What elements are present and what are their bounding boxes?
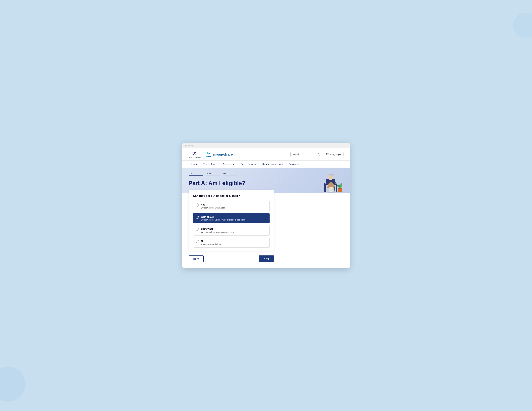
option-somewhat[interactable]: Somewhat With some help from a carer or … [193,225,270,235]
search-box[interactable] [290,152,322,157]
site-nav: Home Types of care Assessment Find a pro… [182,161,350,168]
option-no-sublabel: Unable even with help [201,243,221,245]
progress-part-b: Part B [206,172,220,176]
brand-logo: myagedcare [205,152,233,157]
logo-area: Australian Government myagedcare [189,151,233,158]
svg-point-33 [341,176,342,176]
hero-illustration [315,168,343,193]
browser-dot-2 [188,145,190,147]
svg-rect-17 [324,183,325,192]
svg-point-21 [329,175,333,179]
nav-link-home[interactable]: Home [189,161,200,167]
svg-point-32 [339,174,340,175]
option-with-an-aid[interactable]: ✓ With an aid By themselves using simple… [193,213,270,224]
option-no-content: No Unable even with help [201,239,221,245]
languages-icon: A A [326,153,329,156]
svg-rect-23 [331,187,333,193]
nav-link-types-of-care[interactable]: Types of care [200,161,220,167]
progress-label-b: Part B [206,172,220,175]
languages-button[interactable]: A A Languages [324,152,343,157]
svg-rect-22 [329,187,331,193]
svg-point-5 [207,152,209,154]
question-text: Can they get out of bed or a chair? [193,194,270,198]
option-no-label: No [201,239,221,243]
radio-no [196,240,199,243]
svg-point-4 [194,152,195,152]
option-with-an-aid-content: With an aid By themselves using simple a… [201,215,245,221]
gov-crest-icon [192,151,198,156]
nav-link-assessment[interactable]: Assessment [220,161,238,167]
option-yes-sublabel: By themselves without aid [201,207,225,209]
progress-track-b [206,176,220,176]
search-icon [317,153,320,156]
option-with-an-aid-sublabel: By themselves using simple aids like a b… [201,219,245,221]
browser-window: Australian Government myagedcare [182,143,350,268]
question-card: Can they get out of bed or a chair? Yes … [189,190,274,251]
nav-link-contact-us[interactable]: Contact us [286,161,302,167]
header-right: A A Languages [290,152,343,157]
browser-chrome [182,143,350,148]
svg-point-37 [341,172,342,173]
option-somewhat-label: Somewhat [201,227,234,230]
brand-icon-svg [205,152,212,157]
brand-name: myagedcare [213,152,233,157]
option-with-an-aid-label: With an aid [201,215,245,218]
nav-item-types-of-care[interactable]: Types of care [200,161,220,167]
illustration-svg [315,168,343,193]
radio-somewhat [196,228,199,231]
progress-part-a: Part A [189,172,203,176]
progress-part-c: Part C [223,172,238,176]
nav-link-find-a-provider[interactable]: Find a provider [238,161,259,167]
svg-point-1 [194,152,195,154]
radio-check-icon: ✓ [196,216,198,218]
browser-dot-3 [191,145,193,147]
svg-line-8 [319,155,320,156]
gov-text: Australian Government [189,157,201,158]
search-input[interactable] [293,153,316,156]
radio-yes [196,204,199,207]
logo-divider [203,151,203,158]
bg-blob-right [513,13,532,38]
nav-item-contact-us[interactable]: Contact us [286,161,302,167]
bg-blob-left [0,367,25,401]
option-yes[interactable]: Yes By themselves without aid [193,201,270,211]
svg-point-35 [341,179,342,180]
svg-point-34 [339,177,340,178]
content-area: Can they get out of bed or a chair? Yes … [182,190,350,268]
form-footer: Back Next [189,255,274,262]
progress-label-c: Part C [223,172,238,175]
languages-label: Languages [330,153,341,156]
nav-link-manage-my-services[interactable]: Manage my services [259,161,286,167]
nav-item-manage-my-services[interactable]: Manage my services [259,161,286,167]
browser-dot-1 [185,145,187,147]
option-yes-content: Yes By themselves without aid [201,203,225,209]
progress-label-a: Part A [189,172,203,175]
progress-track-a [189,176,203,176]
radio-with-an-aid: ✓ [196,216,199,219]
svg-point-36 [339,181,340,182]
option-no[interactable]: No Unable even with help [193,237,270,248]
hero-banner: Part A Part B Part C Part A: Am I eligib… [182,168,350,193]
option-somewhat-sublabel: With some help from a carer or hoist [201,231,234,233]
nav-item-assessment[interactable]: Assessment [220,161,238,167]
svg-rect-16 [336,185,337,192]
nav-item-home[interactable]: Home [189,161,200,167]
svg-text:A: A [328,155,328,155]
next-button[interactable]: Next [259,255,274,262]
option-yes-label: Yes [201,203,225,206]
svg-point-2 [194,152,194,153]
svg-point-6 [209,153,210,154]
back-button[interactable]: Back [189,255,204,262]
svg-point-3 [195,152,196,153]
nav-item-find-a-provider[interactable]: Find a provider [238,161,259,167]
option-list: Yes By themselves without aid ✓ With an … [193,201,270,247]
svg-text:A: A [328,153,328,154]
option-somewhat-content: Somewhat With some help from a carer or … [201,227,234,233]
gov-logo: Australian Government [189,151,201,158]
progress-track-c [223,176,238,176]
site-header: Australian Government myagedcare [182,148,350,161]
